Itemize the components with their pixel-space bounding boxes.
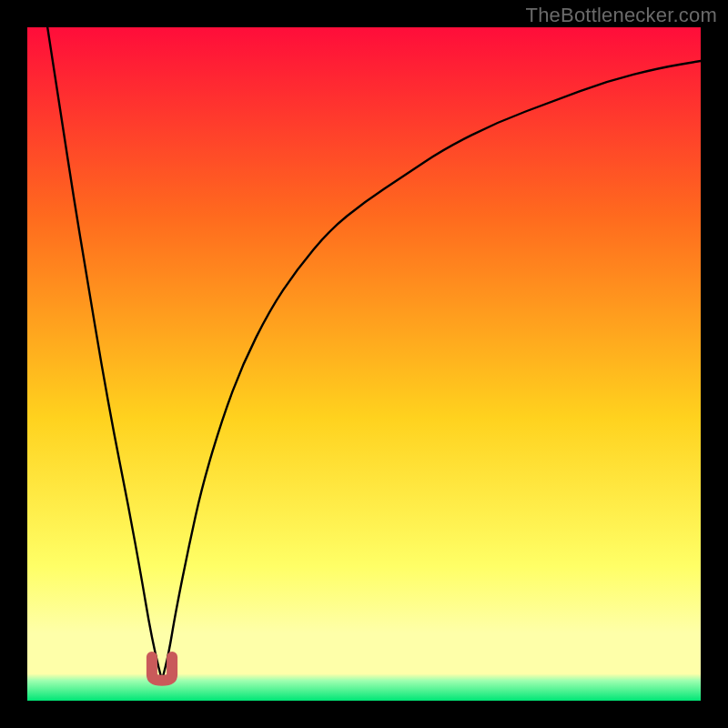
bottleneck-chart: [27, 27, 701, 701]
chart-frame: [27, 27, 701, 701]
attribution-text: TheBottlenecker.com: [526, 4, 717, 27]
gradient-background: [27, 27, 701, 701]
